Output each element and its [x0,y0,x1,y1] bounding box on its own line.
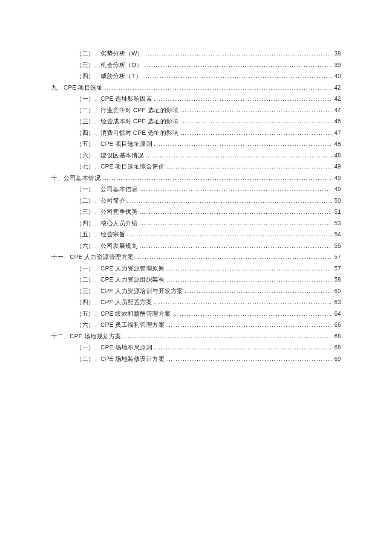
toc-leader-dots [139,209,332,215]
toc-entry-title: （一）、CPE 场地布局原则 [76,344,152,351]
toc-entry-title: （四）、威胁分析（T） [76,73,141,79]
toc-entry: （三）、CPE 人力资源培训与开发方案 60 [51,288,341,294]
toc-entry: （三）、经营成本对 CPE 选址的影响 45 [51,118,341,125]
toc-leader-dots [104,85,332,91]
toc-entry: 十二、CPE 场地规划方案 68 [51,333,341,340]
toc-entry: （三）、公司竞争优势 51 [51,209,341,215]
toc-entry-title: 十、公司基本情况 [51,175,101,181]
toc-entry-page: 48 [334,152,341,158]
toc-leader-dots [154,345,332,351]
toc-entry-page: 55 [334,243,341,249]
toc-leader-dots [145,51,333,57]
toc-leader-dots [154,299,332,305]
toc-entry: （一）、CPE 选址影响因素 42 [51,96,341,102]
toc-entry-page: 64 [334,311,341,317]
toc-entry: （六）、CPE 员工福利管理方案 66 [51,322,341,328]
toc-entry: （六）、公司发展规划 55 [51,243,341,249]
toc-leader-dots [102,175,332,181]
toc-entry-page: 57 [334,265,341,271]
toc-entry: （四）、CPE 人员配置方案 63 [51,299,341,305]
toc-entry-page: 49 [334,175,341,181]
toc-entry: （七）、CPE 项目选址综合评价 49 [51,163,341,170]
toc-entry-page: 40 [334,73,341,79]
toc-leader-dots [127,232,332,238]
toc-entry: （二）、公司简介 50 [51,198,341,204]
toc-leader-dots [139,221,332,227]
toc-entry-title: （五）、CPE 项目选址原则 [76,141,152,147]
toc-entry: （一）、CPE 场地布局原则 68 [51,344,341,351]
toc-entry: （一）、公司基本信息 49 [51,186,341,192]
toc-entry-title: （四）、核心人员介绍 [76,221,138,227]
toc-entry-title: （七）、CPE 项目选址综合评价 [76,163,164,170]
toc-list: （二）、劣势分析（W） 38（三）、机会分析（O） 39（四）、威胁分析（T） … [51,50,341,362]
toc-leader-dots [139,186,332,192]
toc-entry-page: 57 [334,254,341,260]
toc-leader-dots [154,141,332,147]
toc-entry-page: 68 [334,344,341,350]
toc-entry-title: （四）、消费习惯对 CPE 选址的影响 [76,130,179,136]
toc-entry-page: 50 [334,198,341,203]
toc-entry-page: 49 [334,186,341,192]
toc-entry-page: 48 [334,141,341,147]
toc-entry: （五）、CPE 项目选址原则 48 [51,141,341,147]
toc-leader-dots [143,73,332,79]
toc-entry: （五）、经营宗旨 54 [51,231,341,238]
toc-entry-title: 十二、CPE 场地规划方案 [51,333,121,340]
toc-leader-dots [173,311,333,317]
toc-leader-dots [166,277,332,283]
toc-entry-page: 44 [334,107,341,113]
toc-entry-title: （二）、CPE 场地装修设计方案 [76,356,164,362]
toc-entry-title: （六）、CPE 员工福利管理方案 [76,322,164,328]
toc-entry-page: 45 [334,118,341,124]
toc-entry: （四）、威胁分析（T） 40 [51,73,341,79]
toc-entry-title: （三）、机会分析（O） [76,62,142,68]
toc-leader-dots [146,153,333,159]
toc-entry: 十一、CPE 人力资源管理方案 57 [51,254,341,260]
toc-entry-title: （一）、CPE 选址影响因素 [76,96,152,102]
toc-entry-page: 63 [334,299,341,305]
toc-entry: （三）、机会分析（O） 39 [51,62,341,68]
toc-entry-title: （六）、公司发展规划 [76,243,138,249]
toc-entry-page: 51 [334,209,341,215]
toc-leader-dots [185,288,333,294]
toc-entry-page: 68 [334,333,341,339]
toc-leader-dots [144,62,332,68]
toc-entry-title: （一）、公司基本信息 [76,186,138,192]
toc-entry: 九、CPE 项目选址 42 [51,84,341,91]
toc-entry-page: 39 [334,62,341,68]
toc-entry-title: （六）、建设区基本情况 [76,153,144,159]
toc-entry-title: （三）、CPE 人力资源培训与开发方案 [76,288,183,294]
toc-entry-page: 47 [334,130,341,136]
toc-leader-dots [154,96,332,102]
toc-entry-title: （三）、经营成本对 CPE 选址的影响 [76,118,179,125]
toc-leader-dots [166,164,332,170]
toc-entry: （四）、核心人员介绍 53 [51,220,341,227]
toc-leader-dots [166,266,332,272]
toc-leader-dots [166,356,332,362]
toc-entry-title: 十一、CPE 人力资源管理方案 [51,254,134,260]
toc-entry-page: 38 [334,50,341,56]
toc-entry-page: 49 [334,163,341,169]
toc-page: （二）、劣势分析（W） 38（三）、机会分析（O） 39（四）、威胁分析（T） … [0,0,392,555]
toc-leader-dots [123,334,333,340]
toc-entry-title: （二）、公司简介 [76,198,125,204]
toc-entry-title: （三）、公司竞争优势 [76,209,138,215]
toc-entry-page: 60 [334,288,341,294]
toc-entry: （四）、消费习惯对 CPE 选址的影响 47 [51,130,341,136]
toc-entry-title: （二）、CPE 人力资源组织架构 [76,276,164,283]
toc-entry-title: （二）、行业竞争对 CPE 选址的影响 [76,107,179,113]
toc-entry-page: 53 [334,220,341,226]
toc-entry: （二）、CPE 场地装修设计方案 69 [51,356,341,362]
toc-entry: 十、公司基本情况 49 [51,175,341,181]
toc-entry-title: （一）、CPE 人力资源管理原则 [76,265,164,272]
toc-entry-title: （四）、CPE 人员配置方案 [76,299,152,305]
toc-leader-dots [135,254,333,260]
toc-entry-title: （五）、CPE 绩效和薪酬管理方案 [76,311,171,317]
toc-leader-dots [127,198,332,204]
toc-entry-page: 58 [334,276,341,282]
toc-leader-dots [139,243,332,249]
toc-entry: （二）、行业竞争对 CPE 选址的影响 44 [51,107,341,113]
toc-leader-dots [180,119,332,125]
toc-entry-title: （五）、经营宗旨 [76,232,125,238]
toc-leader-dots [180,108,332,113]
